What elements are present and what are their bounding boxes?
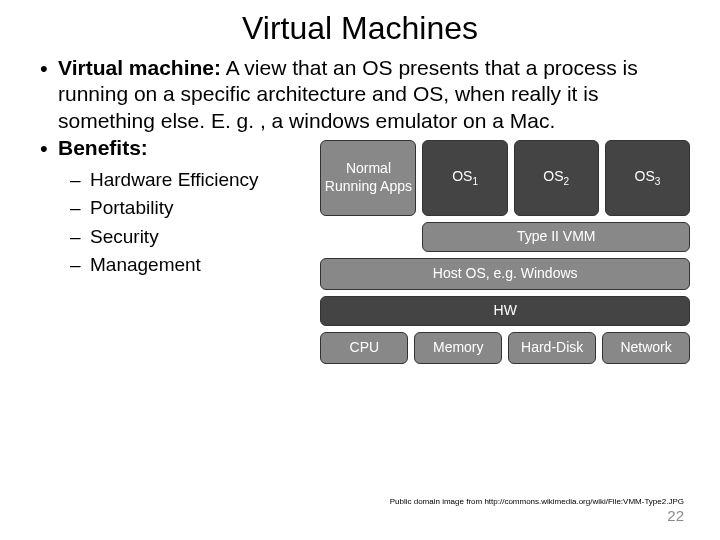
- page-number: 22: [667, 507, 684, 524]
- list-item: Management: [70, 251, 320, 280]
- box-cpu: CPU: [320, 332, 408, 364]
- definition-label: Virtual machine:: [58, 56, 221, 79]
- slide: Virtual Machines Virtual machine: A view…: [0, 0, 720, 540]
- box-network: Network: [602, 332, 690, 364]
- os-sub: 3: [655, 175, 661, 186]
- diagram-row-vmm: Type II VMM: [320, 222, 690, 252]
- box-normal-apps: Normal Running Apps: [320, 140, 416, 216]
- image-credit: Public domain image from http://commons.…: [390, 497, 684, 506]
- os-label: OS: [543, 168, 563, 184]
- os-sub: 2: [564, 175, 570, 186]
- list-item: Hardware Efficiency: [70, 166, 320, 195]
- box-memory: Memory: [414, 332, 502, 364]
- slide-title: Virtual Machines: [30, 10, 690, 47]
- box-os3: OS3: [605, 140, 690, 216]
- benefits-list: Hardware Efficiency Portability Security…: [70, 166, 320, 280]
- box-os1: OS1: [422, 140, 507, 216]
- diagram-row-guests: Normal Running Apps OS1 OS2 OS3: [320, 140, 690, 216]
- diagram-row-hostos: Host OS, e.g. Windows: [320, 258, 690, 290]
- box-host-os: Host OS, e.g. Windows: [320, 258, 690, 290]
- vmm-diagram: Normal Running Apps OS1 OS2 OS3 Type II …: [320, 136, 690, 370]
- definition-bullet: Virtual machine: A view that an OS prese…: [38, 55, 682, 134]
- os-label: OS: [635, 168, 655, 184]
- list-item: Security: [70, 223, 320, 252]
- benefits-column: Benefits: Hardware Efficiency Portabilit…: [30, 136, 320, 280]
- diagram-row-devices: CPU Memory Hard-Disk Network: [320, 332, 690, 364]
- os-label: OS: [452, 168, 472, 184]
- box-os2: OS2: [514, 140, 599, 216]
- os-sub: 1: [472, 175, 478, 186]
- box-vmm: Type II VMM: [422, 222, 690, 252]
- vmm-spacer: [320, 222, 416, 252]
- box-hw: HW: [320, 296, 690, 326]
- benefits-label: Benefits:: [38, 136, 312, 160]
- list-item: Portability: [70, 194, 320, 223]
- benefits-row: Benefits: Hardware Efficiency Portabilit…: [30, 136, 690, 370]
- diagram-row-hw: HW: [320, 296, 690, 326]
- box-harddisk: Hard-Disk: [508, 332, 596, 364]
